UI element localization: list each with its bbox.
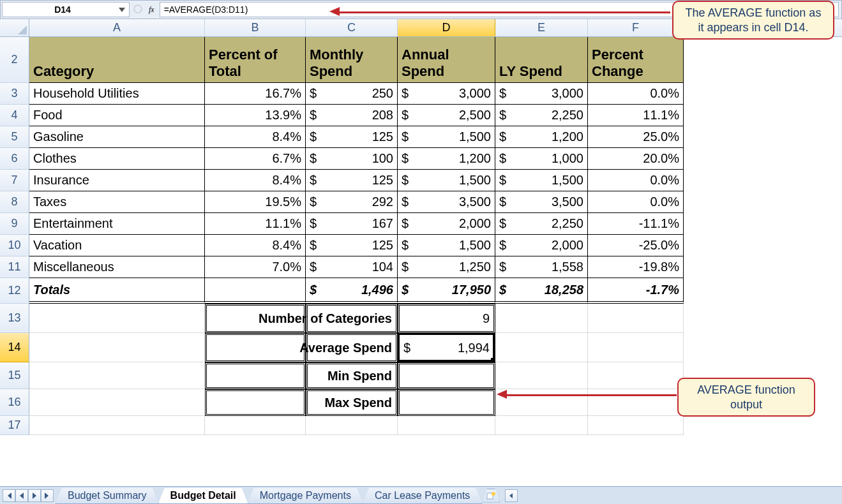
row-header[interactable]: 10	[0, 235, 29, 256]
summary14-label[interactable]: Average Spend	[306, 333, 398, 362]
col-header-b[interactable]: B	[205, 19, 306, 36]
blank-cell[interactable]	[495, 389, 588, 416]
blank-cell[interactable]	[306, 416, 398, 435]
cell-pc[interactable]: 25.0%	[588, 126, 684, 148]
summary16-val[interactable]	[398, 389, 495, 416]
col-header-c[interactable]: C	[306, 19, 398, 36]
cell-pct[interactable]: 13.9%	[205, 105, 306, 126]
cell-monthly[interactable]: $104	[306, 256, 398, 278]
summary15-label-left[interactable]	[205, 362, 306, 389]
row-header[interactable]: 17	[0, 416, 29, 435]
blank-cell[interactable]	[588, 333, 684, 362]
row-header[interactable]: 15	[0, 362, 29, 389]
cell-annual[interactable]: $1,500	[398, 170, 495, 191]
cell-ly[interactable]: $2,250	[495, 213, 588, 235]
sheet-tab[interactable]: Mortgage Payments	[248, 488, 363, 504]
cell-annual[interactable]: $2,000	[398, 213, 495, 235]
row-header[interactable]: 11	[0, 256, 29, 278]
tab-nav-last[interactable]	[41, 489, 54, 502]
cell-annual[interactable]: $1,500	[398, 126, 495, 148]
blank-cell[interactable]	[588, 416, 684, 435]
cell-pct[interactable]: 19.5%	[205, 191, 306, 213]
cell-category[interactable]: Miscellaneous	[29, 256, 205, 278]
cell-pc[interactable]: 11.1%	[588, 105, 684, 126]
sheet-tab[interactable]: Car Lease Payments	[363, 488, 482, 504]
col-header-d[interactable]: D	[398, 19, 495, 36]
cell-category[interactable]: Entertainment	[29, 213, 205, 235]
cell-ly[interactable]: $3,500	[495, 191, 588, 213]
summary14-label-left[interactable]	[205, 333, 306, 362]
cell-annual[interactable]: $2,500	[398, 105, 495, 126]
cell-pc[interactable]: 0.0%	[588, 170, 684, 191]
blank-cell[interactable]	[495, 304, 588, 333]
tab-nav-next[interactable]	[28, 489, 41, 502]
cell-pct[interactable]: 8.4%	[205, 126, 306, 148]
row-header[interactable]: 14	[0, 333, 29, 362]
summary16-label[interactable]: Max Spend	[306, 389, 398, 416]
sheet-tab[interactable]: Budget Summary	[56, 488, 159, 504]
tab-nav-prev[interactable]	[15, 489, 28, 502]
blank-cell[interactable]	[29, 333, 205, 362]
cell-category[interactable]: Vacation	[29, 235, 205, 256]
cell-ly[interactable]: $2,250	[495, 105, 588, 126]
summary13-val[interactable]: 9	[398, 304, 495, 333]
cell-ly[interactable]: $2,000	[495, 235, 588, 256]
row-header[interactable]: 13	[0, 304, 29, 333]
cell-monthly[interactable]: $250	[306, 83, 398, 105]
summary15-label[interactable]: Min Spend	[306, 362, 398, 389]
blank-cell[interactable]	[29, 362, 205, 389]
col-header-f[interactable]: F	[588, 19, 684, 36]
blank-cell[interactable]	[588, 389, 684, 416]
cell-annual[interactable]: $1,500	[398, 235, 495, 256]
summary16-label-left[interactable]	[205, 389, 306, 416]
summary15-val[interactable]	[398, 362, 495, 389]
cell-monthly[interactable]: $125	[306, 235, 398, 256]
row-header[interactable]: 16	[0, 389, 29, 416]
blank-cell[interactable]	[495, 416, 588, 435]
cell-pc[interactable]: -19.8%	[588, 256, 684, 278]
cell-category[interactable]: Clothes	[29, 148, 205, 170]
blank-cell[interactable]	[29, 416, 205, 435]
cell-category[interactable]: Household Utilities	[29, 83, 205, 105]
row-header[interactable]: 5	[0, 126, 29, 148]
row-header[interactable]: 12	[0, 278, 29, 304]
row-header[interactable]: 9	[0, 213, 29, 235]
totals-ly[interactable]: $18,258	[495, 278, 588, 304]
totals-annual[interactable]: $17,950	[398, 278, 495, 304]
blank-cell[interactable]	[588, 304, 684, 333]
cell-pct[interactable]: 8.4%	[205, 235, 306, 256]
hdr-ly[interactable]: LY Spend	[495, 37, 588, 83]
cell-monthly[interactable]: $125	[306, 126, 398, 148]
hdr-annual[interactable]: Annual Spend	[398, 37, 495, 83]
cell-monthly[interactable]: $292	[306, 191, 398, 213]
cell-ly[interactable]: $1,200	[495, 126, 588, 148]
cell-pc[interactable]: 0.0%	[588, 191, 684, 213]
name-box[interactable]: D14	[2, 2, 130, 17]
cell-pc[interactable]: 0.0%	[588, 83, 684, 105]
col-header-e[interactable]: E	[495, 19, 588, 36]
row-header[interactable]: 6	[0, 148, 29, 170]
sheet-tab[interactable]: Budget Detail	[158, 488, 248, 504]
select-all-corner[interactable]	[0, 19, 29, 36]
row-header[interactable]: 4	[0, 105, 29, 126]
totals-pc[interactable]: -1.7%	[588, 278, 684, 304]
cell-category[interactable]: Gasoline	[29, 126, 205, 148]
blank-cell[interactable]	[588, 362, 684, 389]
cell-annual[interactable]: $1,200	[398, 148, 495, 170]
hdr-category[interactable]: Category	[29, 37, 205, 83]
cell-monthly[interactable]: $100	[306, 148, 398, 170]
summary13-label[interactable]: Number of Categories	[306, 304, 398, 333]
cell-pc[interactable]: 20.0%	[588, 148, 684, 170]
cell-monthly[interactable]: $208	[306, 105, 398, 126]
cell-annual[interactable]: $3,000	[398, 83, 495, 105]
dropdown-icon[interactable]	[119, 6, 125, 13]
hdr-pc[interactable]: Percent Change	[588, 37, 684, 83]
cell-annual[interactable]: $1,250	[398, 256, 495, 278]
cell-ly[interactable]: $1,000	[495, 148, 588, 170]
cell-pct[interactable]: 8.4%	[205, 170, 306, 191]
blank-cell[interactable]	[29, 389, 205, 416]
totals-monthly[interactable]: $1,496	[306, 278, 398, 304]
hdr-pct-total[interactable]: Percent of Total	[205, 37, 306, 83]
cell-category[interactable]: Food	[29, 105, 205, 126]
row-header[interactable]: 2	[0, 37, 29, 83]
